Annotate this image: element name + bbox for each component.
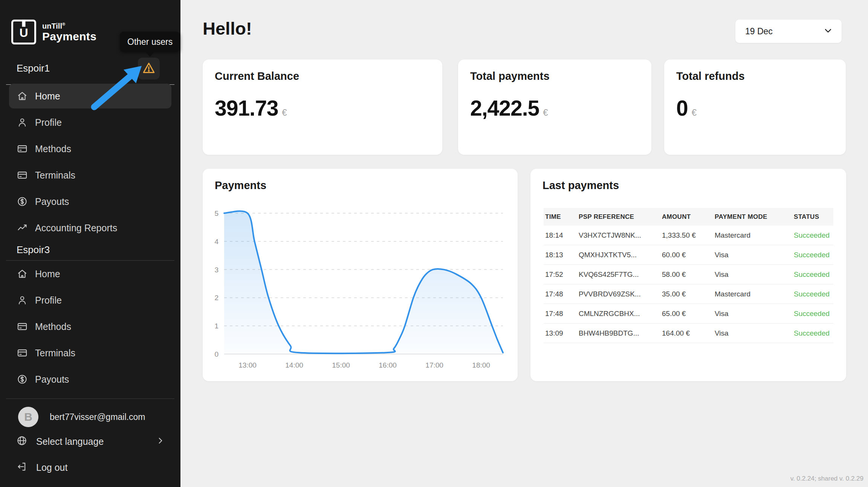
total-refunds-value: 0 — [676, 96, 688, 121]
sidebar-espoir3-methods[interactable]: Methods — [9, 314, 171, 339]
svg-text:2: 2 — [214, 294, 219, 302]
sidebar-espoir3-home[interactable]: Home — [9, 261, 171, 286]
sidebar-item-label: Profile — [35, 117, 62, 128]
svg-text:17:00: 17:00 — [425, 361, 443, 369]
sidebar-espoir1-home[interactable]: Home — [9, 84, 171, 108]
warning-icon — [142, 61, 156, 76]
current-balance-card: Current Balance 391.73 € — [203, 60, 442, 155]
table-header-row: TIME PSP REFERENCE AMOUNT PAYMENT MODE S… — [544, 208, 833, 226]
payment-time: 13:09 — [544, 329, 577, 337]
sidebar-divider — [6, 260, 174, 261]
payment-status: Succeeded — [792, 231, 833, 240]
svg-text:16:00: 16:00 — [379, 361, 397, 369]
col-status: STATUS — [792, 213, 833, 221]
date-filter-dropdown[interactable]: 19 Dec — [735, 20, 842, 43]
account-name-espoir1: Espoir1 — [17, 63, 50, 74]
payment-status: Succeeded — [792, 329, 833, 337]
sidebar-item-label: Terminals — [35, 348, 75, 359]
col-psp-reference: PSP REFERENCE — [577, 213, 660, 221]
logout-button[interactable]: Log out — [17, 458, 165, 476]
payment-psp-reference: KVQ6S425F7TG... — [577, 270, 660, 279]
untill-logo-icon: U — [11, 20, 36, 44]
total-payments-card: Total payments 2,422.5 € — [458, 60, 651, 155]
sidebar-item-label: Payouts — [35, 374, 69, 385]
payment-row[interactable]: 13:09 BHW4HB9BDTG... 164.00 € Visa Succe… — [544, 324, 833, 343]
payment-amount: 1,333.50 € — [660, 231, 713, 240]
total-refunds-card: Total refunds 0 € — [664, 60, 846, 155]
payment-row[interactable]: 17:52 KVQ6S425F7TG... 58.00 € Visa Succe… — [544, 265, 833, 284]
logout-label: Log out — [36, 462, 165, 473]
sidebar-item-label: Home — [35, 269, 60, 279]
payment-status: Succeeded — [792, 290, 833, 298]
col-payment-mode: PAYMENT MODE — [713, 213, 792, 221]
brand-logo[interactable]: U unTill® Payments — [11, 20, 96, 44]
select-language-button[interactable]: Select language — [17, 432, 165, 450]
nav-group-espoir1: Home Profile Methods Terminals Payouts — [9, 84, 171, 242]
avatar: B — [18, 407, 38, 427]
payment-row[interactable]: 18:14 V3HX7CTJW8NK... 1,333.50 € Masterc… — [544, 226, 833, 245]
currency-symbol: € — [692, 107, 697, 118]
other-users-tooltip: Other users — [120, 32, 180, 52]
account-name-espoir3: Espoir3 — [17, 244, 50, 256]
sidebar-espoir3-profile[interactable]: Profile — [9, 288, 171, 313]
payment-time: 17:48 — [544, 310, 577, 318]
sidebar-espoir1-terminals[interactable]: Terminals — [9, 163, 171, 188]
payment-psp-reference: V3HX7CTJW8NK... — [577, 231, 660, 240]
sidebar-espoir1-profile[interactable]: Profile — [9, 110, 171, 135]
payment-row[interactable]: 18:13 QMXHJXTKTV5... 60.00 € Visa Succee… — [544, 245, 833, 265]
payment-psp-reference: PVVBRDV69ZSK... — [577, 290, 660, 298]
user-email: bert77visser@gmail.com — [50, 412, 145, 422]
payment-time: 17:48 — [544, 290, 577, 298]
card-icon — [17, 143, 28, 154]
payment-amount: 58.00 € — [660, 270, 713, 279]
sidebar: U unTill® Payments Other users Espoir1 H… — [0, 0, 180, 487]
payment-mode: Visa — [713, 251, 792, 259]
trend-chart-icon — [17, 222, 28, 234]
card-title: Current Balance — [215, 70, 299, 82]
payment-amount: 35.00 € — [660, 290, 713, 298]
payments-chart-card: Payments 01234513:0014:0015:0016:0017:00… — [203, 169, 518, 381]
sidebar-item-label: Methods — [35, 144, 71, 154]
svg-text:0: 0 — [214, 350, 219, 358]
current-balance-value: 391.73 — [215, 96, 278, 121]
card-title: Total refunds — [676, 70, 745, 82]
version-text: v. 0.2.24; shared v. 0.2.29 — [790, 475, 863, 482]
svg-text:18:00: 18:00 — [472, 361, 490, 369]
sidebar-item-label: Terminals — [35, 170, 75, 181]
payment-status: Succeeded — [792, 310, 833, 318]
col-time: TIME — [544, 213, 577, 221]
user-account-row: B bert77visser@gmail.com — [18, 407, 145, 427]
payment-row[interactable]: 17:48 PVVBRDV69ZSK... 35.00 € Mastercard… — [544, 284, 833, 304]
terminal-card-icon — [17, 169, 28, 181]
col-amount: AMOUNT — [660, 213, 713, 221]
payment-amount: 65.00 € — [660, 310, 713, 318]
sidebar-espoir1-payouts[interactable]: Payouts — [9, 189, 171, 214]
chevron-down-icon — [823, 25, 842, 37]
terminal-card-icon — [17, 347, 28, 359]
brand-name-large: Payments — [42, 30, 96, 43]
home-icon — [17, 90, 28, 102]
payment-mode: Visa — [713, 270, 792, 279]
chevron-right-icon — [156, 436, 165, 447]
card-icon — [17, 321, 28, 332]
payment-amount: 164.00 € — [660, 329, 713, 337]
sidebar-espoir3-payouts[interactable]: Payouts — [9, 367, 171, 392]
logout-icon — [17, 461, 27, 473]
date-filter-value: 19 Dec — [745, 26, 823, 37]
svg-text:4: 4 — [214, 238, 219, 246]
sidebar-espoir1-methods[interactable]: Methods — [9, 136, 171, 161]
payment-status: Succeeded — [792, 270, 833, 279]
currency-symbol: € — [543, 107, 548, 118]
sidebar-item-label: Home — [35, 91, 60, 102]
payment-time: 18:13 — [544, 251, 577, 259]
table-title: Last payments — [542, 179, 619, 192]
chart-title: Payments — [215, 179, 266, 192]
sidebar-espoir3-terminals[interactable]: Terminals — [9, 340, 171, 365]
sidebar-divider — [6, 398, 174, 399]
nav-group-espoir3: Home Profile Methods Terminals Payouts — [9, 261, 171, 393]
sidebar-item-label: Accounting Reports — [35, 223, 117, 234]
payment-row[interactable]: 17:48 CMLNZRGCBHX... 65.00 € Visa Succee… — [544, 304, 833, 324]
svg-text:3: 3 — [214, 266, 219, 274]
payout-dollar-icon — [17, 374, 28, 385]
sidebar-espoir1-accounting-reports[interactable]: Accounting Reports — [9, 215, 171, 240]
